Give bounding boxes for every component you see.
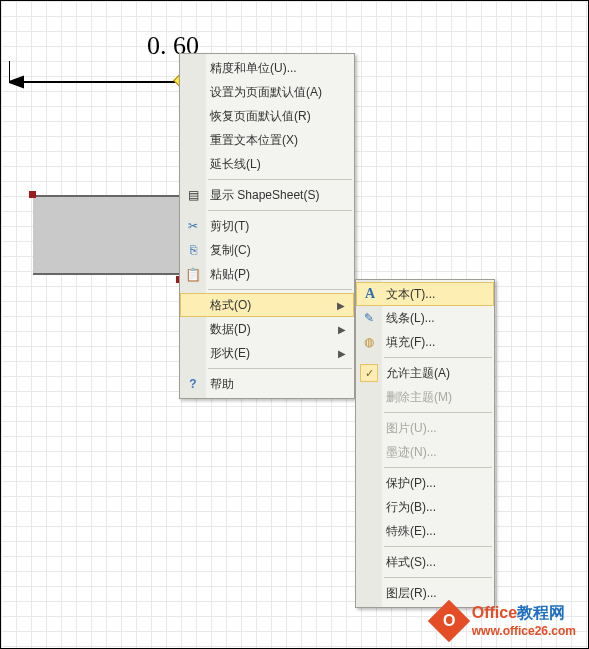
menu-label: 恢复页面默认值(R) (210, 108, 311, 125)
menu-separator (384, 467, 492, 468)
dimension-tick (9, 61, 10, 83)
menu-item-cut[interactable]: ✂剪切(T) (180, 214, 354, 238)
menu-label: 格式(O) (210, 297, 251, 314)
menu-separator (384, 577, 492, 578)
cut-icon: ✂ (184, 217, 202, 235)
menu-item-set-default[interactable]: 设置为页面默认值(A) (180, 80, 354, 104)
context-menu: 精度和单位(U)... 设置为页面默认值(A) 恢复页面默认值(R) 重置文本位… (179, 53, 355, 399)
paste-icon: 📋 (184, 265, 202, 283)
menu-label: 特殊(E)... (386, 523, 436, 540)
menu-label: 填充(F)... (386, 334, 435, 351)
sheet-icon: ▤ (184, 186, 202, 204)
menu-item-allow-theme[interactable]: ✓允许主题(A) (356, 361, 494, 385)
line-icon: ✎ (360, 309, 378, 327)
menu-separator (208, 210, 352, 211)
menu-label: 数据(D) (210, 321, 251, 338)
menu-item-precision[interactable]: 精度和单位(U)... (180, 56, 354, 80)
menu-separator (384, 357, 492, 358)
fill-icon: ◍ (360, 333, 378, 351)
menu-label: 重置文本位置(X) (210, 132, 298, 149)
menu-item-restore-default[interactable]: 恢复页面默认值(R) (180, 104, 354, 128)
menu-label: 复制(C) (210, 242, 251, 259)
menu-separator (208, 368, 352, 369)
menu-item-special[interactable]: 特殊(E)... (356, 519, 494, 543)
menu-item-data[interactable]: 数据(D)▶ (180, 317, 354, 341)
submenu-arrow-icon: ▶ (337, 300, 345, 311)
menu-item-picture: 图片(U)... (356, 416, 494, 440)
svg-marker-1 (9, 77, 23, 87)
logo-icon: O (428, 599, 470, 641)
menu-item-ink: 墨迹(N)... (356, 440, 494, 464)
menu-label: 图层(R)... (386, 585, 437, 602)
copy-icon: ⎘ (184, 241, 202, 259)
format-submenu: A文本(T)... ✎线条(L)... ◍填充(F)... ✓允许主题(A) 删… (355, 279, 495, 608)
menu-item-delete-theme: 删除主题(M) (356, 385, 494, 409)
menu-item-extension[interactable]: 延长线(L) (180, 152, 354, 176)
menu-item-line[interactable]: ✎线条(L)... (356, 306, 494, 330)
menu-label: 文本(T)... (386, 286, 435, 303)
text-icon: A (361, 285, 379, 303)
menu-item-shape[interactable]: 形状(E)▶ (180, 341, 354, 365)
menu-label: 形状(E) (210, 345, 250, 362)
menu-separator (208, 289, 352, 290)
menu-label: 删除主题(M) (386, 389, 452, 406)
menu-item-copy[interactable]: ⎘复制(C) (180, 238, 354, 262)
brand-url: www.office26.com (472, 624, 576, 638)
menu-item-layer[interactable]: 图层(R)... (356, 581, 494, 605)
dimension-line (9, 71, 179, 93)
watermark: O Office教程网 www.office26.com (434, 603, 576, 638)
selection-handle[interactable] (29, 191, 36, 198)
menu-label: 精度和单位(U)... (210, 60, 297, 77)
menu-label: 行为(B)... (386, 499, 436, 516)
menu-item-shapesheet[interactable]: ▤显示 ShapeSheet(S) (180, 183, 354, 207)
menu-label: 剪切(T) (210, 218, 249, 235)
menu-item-behavior[interactable]: 行为(B)... (356, 495, 494, 519)
menu-separator (384, 546, 492, 547)
menu-item-text[interactable]: A文本(T)... (356, 282, 494, 306)
help-icon: ? (184, 375, 202, 393)
menu-separator (208, 179, 352, 180)
menu-label: 线条(L)... (386, 310, 435, 327)
menu-label: 显示 ShapeSheet(S) (210, 187, 319, 204)
menu-label: 允许主题(A) (386, 365, 450, 382)
menu-item-format[interactable]: 格式(O)▶ (180, 293, 354, 317)
menu-item-help[interactable]: ?帮助 (180, 372, 354, 396)
menu-item-paste[interactable]: 📋粘贴(P) (180, 262, 354, 286)
check-icon: ✓ (360, 364, 378, 382)
menu-label: 保护(P)... (386, 475, 436, 492)
menu-label: 帮助 (210, 376, 234, 393)
menu-separator (384, 412, 492, 413)
menu-label: 设置为页面默认值(A) (210, 84, 322, 101)
menu-item-protection[interactable]: 保护(P)... (356, 471, 494, 495)
menu-label: 图片(U)... (386, 420, 437, 437)
menu-label: 延长线(L) (210, 156, 261, 173)
brand-text: Office教程网 (472, 603, 576, 624)
menu-label: 样式(S)... (386, 554, 436, 571)
menu-item-style[interactable]: 样式(S)... (356, 550, 494, 574)
menu-label: 粘贴(P) (210, 266, 250, 283)
submenu-arrow-icon: ▶ (338, 348, 346, 359)
menu-item-fill[interactable]: ◍填充(F)... (356, 330, 494, 354)
menu-label: 墨迹(N)... (386, 444, 437, 461)
submenu-arrow-icon: ▶ (338, 324, 346, 335)
menu-item-reset-text[interactable]: 重置文本位置(X) (180, 128, 354, 152)
